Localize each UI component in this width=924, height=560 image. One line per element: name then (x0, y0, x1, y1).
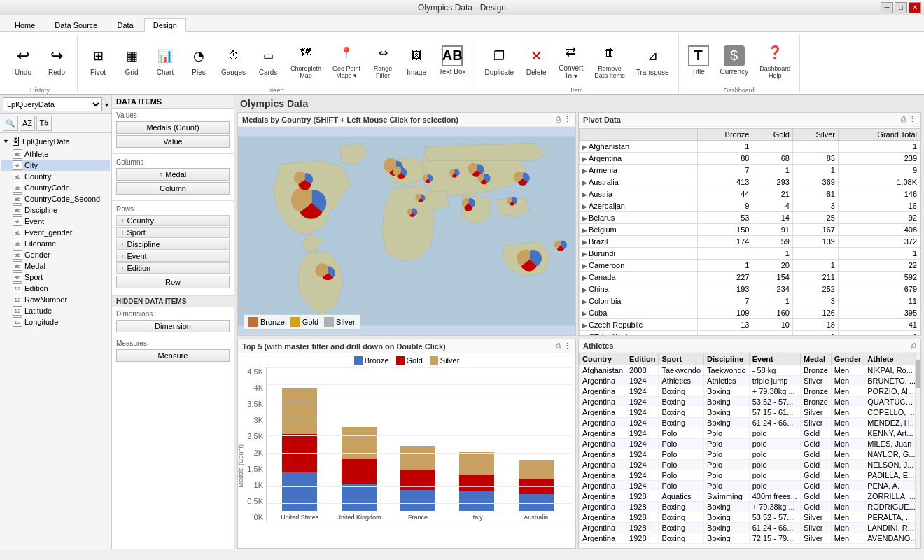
expand-btn[interactable]: ▶ (582, 262, 587, 270)
pivot-row[interactable]: ▶CTrte d'Ivoire 1 1 (580, 331, 920, 336)
athletes-export-icon[interactable]: ⎙ (911, 342, 916, 350)
athlete-row[interactable]: Argentina 1924 Athletics Athletics tripl… (580, 376, 916, 386)
field-country[interactable]: ab Country (1, 171, 110, 182)
map-export-icon[interactable]: ⎙ (556, 115, 561, 124)
chart-button[interactable]: 📊 Chart (149, 35, 181, 85)
athlete-row[interactable]: Argentina 1924 Polo Polo polo Gold Men N… (580, 460, 916, 470)
field-event-gender[interactable]: ab Event_gender (1, 227, 110, 238)
expand-btn[interactable]: ▶ (582, 155, 587, 162)
athlete-row[interactable]: Argentina 1924 Polo Polo polo Gold Men P… (580, 470, 916, 481)
datasource-selector[interactable]: LplQueryData (3, 97, 102, 111)
athlete-row[interactable]: Argentina 1928 Boxing Boxing 72.15 - 79.… (580, 533, 916, 544)
row-country[interactable]: ↑ Country (116, 215, 230, 226)
field-rownumber[interactable]: 12 RowNumber (1, 294, 110, 305)
field-gender[interactable]: ab Gender (1, 249, 110, 260)
athlete-row[interactable]: Argentina 1924 Boxing Boxing 57.15 - 61.… (580, 407, 916, 418)
row-event[interactable]: ↑ Event (116, 251, 230, 262)
map-options-icon[interactable]: ⋮ (564, 115, 571, 124)
convert-button[interactable]: ⇄ ConvertTo ▾ (554, 35, 588, 85)
restore-button[interactable]: □ (895, 2, 907, 13)
athlete-row[interactable]: Argentina 1928 Boxing Boxing 53.52 - 57.… (580, 512, 916, 523)
pivot-row[interactable]: ▶Czech Republic 13 10 18 41 (580, 319, 920, 331)
delete-button[interactable]: ✕ Delete (520, 35, 552, 85)
athletes-actions[interactable]: ⎙ (911, 342, 916, 350)
athlete-row[interactable]: Argentina 1924 Boxing Boxing + 79.38kg .… (580, 386, 916, 397)
sort-type-button[interactable]: T# (36, 115, 52, 131)
row-sport[interactable]: ↑ Sport (116, 227, 230, 238)
athlete-row[interactable]: Argentina 1928 Boxing Boxing 61.24 - 66.… (580, 523, 916, 533)
row-button[interactable]: Row (116, 276, 230, 288)
pivot-row[interactable]: ▶Cameroon 1 20 1 22 (580, 260, 920, 272)
field-discipline[interactable]: ab Discipline (1, 204, 110, 216)
athlete-row[interactable]: Argentina 1924 Polo Polo polo Gold Men M… (580, 439, 916, 449)
expand-btn[interactable]: ▶ (582, 298, 587, 305)
field-sport[interactable]: ab Sport (1, 272, 110, 283)
pivot-row[interactable]: ▶Armenia 7 1 1 9 (580, 164, 920, 176)
field-medal[interactable]: ab Medal (1, 260, 110, 272)
pivot-row[interactable]: ▶Afghanistan 1 1 (580, 141, 920, 153)
expand-btn[interactable]: ▶ (582, 310, 587, 317)
field-edition[interactable]: 12 Edition (1, 283, 110, 294)
column-button[interactable]: Column (116, 182, 230, 195)
window-controls[interactable]: ─ □ ✕ (881, 2, 921, 13)
expand-btn[interactable]: ▶ (582, 167, 587, 174)
redo-button[interactable]: ↪ Redo (41, 35, 73, 85)
tab-data[interactable]: Data (108, 18, 143, 31)
tab-design[interactable]: Design (144, 18, 186, 32)
choropleth-button[interactable]: 🗺 ChoroplethMap (286, 35, 326, 85)
expand-btn[interactable]: ▶ (582, 215, 587, 222)
duplicate-button[interactable]: ❐ Duplicate (479, 35, 519, 85)
athlete-row[interactable]: Argentina 1924 Polo Polo polo Gold Men P… (580, 481, 916, 491)
currency-button[interactable]: $ Currency (715, 35, 754, 85)
close-button[interactable]: ✕ (909, 2, 921, 13)
pivot-row[interactable]: ▶Colombia 7 1 3 11 (580, 295, 920, 307)
athletes-table-container[interactable]: Country Edition Sport Discipline Event M… (579, 353, 915, 548)
expand-btn[interactable]: ▶ (582, 179, 587, 186)
expand-btn[interactable]: ▶ (582, 239, 587, 246)
pivot-row[interactable]: ▶Austria 44 21 81 146 (580, 188, 920, 200)
transpose-button[interactable]: ⊿ Transpose (631, 35, 674, 85)
field-event[interactable]: ab Event (1, 216, 110, 227)
athlete-row[interactable]: Argentina 1924 Boxing Boxing 61.24 - 66.… (580, 418, 916, 428)
world-map-area[interactable]: Bronze Gold Silver (238, 127, 575, 335)
athlete-row[interactable]: Argentina 1924 Polo Polo polo Gold Men N… (580, 449, 916, 460)
expand-btn[interactable]: ▶ (582, 334, 587, 335)
bar-chart-actions[interactable]: ⎙ ⋮ (556, 342, 571, 351)
geopoint-button[interactable]: 📍 Geo PointMaps ▾ (328, 35, 365, 85)
image-button[interactable]: 🖼 Image (400, 35, 433, 85)
expand-btn[interactable]: ▶ (582, 286, 587, 293)
grid-button[interactable]: ▦ Grid (115, 35, 148, 85)
undo-button[interactable]: ↩ Undo (7, 35, 39, 85)
athlete-row[interactable]: Argentina 1928 Boxing Boxing + 79.38kg .… (580, 502, 916, 512)
map-chart-actions[interactable]: ⎙ ⋮ (556, 115, 571, 124)
field-longitude[interactable]: 12 Longitude (1, 316, 110, 328)
pivot-export-icon[interactable]: ⎙ (901, 115, 906, 124)
field-filename[interactable]: ab Filename (1, 238, 110, 249)
medals-count-button[interactable]: Medals (Count) (116, 121, 230, 134)
row-discipline[interactable]: ↑ Discipline (116, 239, 230, 250)
expand-btn[interactable]: ▶ (582, 203, 587, 210)
sort-alpha-button[interactable]: AZ (20, 115, 35, 131)
gauges-button[interactable]: ⏱ Gauges (216, 35, 251, 85)
pies-button[interactable]: ◔ Pies (183, 35, 215, 85)
bar-options-icon[interactable]: ⋮ (564, 342, 571, 351)
pivot-row[interactable]: ▶Argentina 88 68 83 239 (580, 153, 920, 164)
title-button[interactable]: T Title (683, 35, 714, 85)
remove-button[interactable]: 🗑 RemoveData Items (589, 35, 630, 85)
pivot-row[interactable]: ▶Australia 413 293 369 1,08K (580, 176, 920, 188)
expand-btn[interactable]: ▶ (582, 227, 587, 234)
expand-btn[interactable]: ▶ (582, 322, 587, 329)
sidebar-dropdown-arrow[interactable]: ▾ (105, 101, 108, 108)
pivot-row[interactable]: ▶Azerbaijan 9 4 3 16 (580, 200, 920, 212)
tab-home[interactable]: Home (6, 18, 44, 31)
medal-button[interactable]: ↑ Medal (116, 168, 230, 181)
pivot-row[interactable]: ▶Cuba 109 160 126 395 (580, 307, 920, 319)
field-athlete[interactable]: ab Athlete (1, 148, 110, 160)
athlete-row[interactable]: Argentina 1924 Polo Polo polo Gold Men K… (580, 428, 916, 439)
pivot-row[interactable]: ▶China 193 234 252 679 (580, 284, 920, 295)
search-tool-button[interactable]: 🔍 (3, 115, 18, 131)
field-city[interactable]: ab City (1, 160, 110, 171)
field-latitude[interactable]: 12 Latitude (1, 305, 110, 316)
field-countrycode[interactable]: ab CountryCode (1, 182, 110, 193)
pivot-row[interactable]: ▶Belarus 53 14 25 92 (580, 212, 920, 224)
